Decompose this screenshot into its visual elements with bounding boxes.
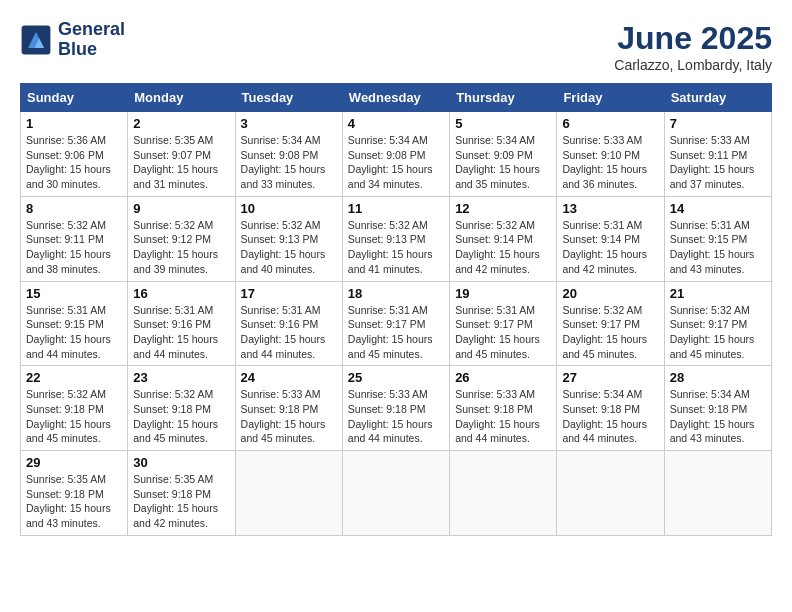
day-number: 7 xyxy=(670,116,766,131)
day-number: 28 xyxy=(670,370,766,385)
day-info: Sunrise: 5:34 AMSunset: 9:08 PMDaylight:… xyxy=(241,134,326,190)
day-info: Sunrise: 5:32 AMSunset: 9:13 PMDaylight:… xyxy=(348,219,433,275)
logo: General Blue xyxy=(20,20,125,60)
list-item: 4 Sunrise: 5:34 AMSunset: 9:08 PMDayligh… xyxy=(342,112,449,197)
calendar-header-row: Sunday Monday Tuesday Wednesday Thursday… xyxy=(21,84,772,112)
day-number: 4 xyxy=(348,116,444,131)
list-item: 29 Sunrise: 5:35 AMSunset: 9:18 PMDaylig… xyxy=(21,451,128,536)
day-info: Sunrise: 5:34 AMSunset: 9:18 PMDaylight:… xyxy=(562,388,647,444)
list-item: 18 Sunrise: 5:31 AMSunset: 9:17 PMDaylig… xyxy=(342,281,449,366)
day-info: Sunrise: 5:34 AMSunset: 9:18 PMDaylight:… xyxy=(670,388,755,444)
day-info: Sunrise: 5:32 AMSunset: 9:14 PMDaylight:… xyxy=(455,219,540,275)
day-info: Sunrise: 5:35 AMSunset: 9:07 PMDaylight:… xyxy=(133,134,218,190)
list-item: 20 Sunrise: 5:32 AMSunset: 9:17 PMDaylig… xyxy=(557,281,664,366)
day-number: 23 xyxy=(133,370,229,385)
day-number: 13 xyxy=(562,201,658,216)
list-item: 21 Sunrise: 5:32 AMSunset: 9:17 PMDaylig… xyxy=(664,281,771,366)
list-item: 26 Sunrise: 5:33 AMSunset: 9:18 PMDaylig… xyxy=(450,366,557,451)
day-number: 10 xyxy=(241,201,337,216)
list-item: 7 Sunrise: 5:33 AMSunset: 9:11 PMDayligh… xyxy=(664,112,771,197)
col-monday: Monday xyxy=(128,84,235,112)
day-number: 22 xyxy=(26,370,122,385)
day-number: 8 xyxy=(26,201,122,216)
day-info: Sunrise: 5:34 AMSunset: 9:09 PMDaylight:… xyxy=(455,134,540,190)
day-info: Sunrise: 5:32 AMSunset: 9:11 PMDaylight:… xyxy=(26,219,111,275)
calendar-table: Sunday Monday Tuesday Wednesday Thursday… xyxy=(20,83,772,536)
day-number: 15 xyxy=(26,286,122,301)
list-item: 19 Sunrise: 5:31 AMSunset: 9:17 PMDaylig… xyxy=(450,281,557,366)
day-number: 26 xyxy=(455,370,551,385)
list-item: 16 Sunrise: 5:31 AMSunset: 9:16 PMDaylig… xyxy=(128,281,235,366)
day-info: Sunrise: 5:33 AMSunset: 9:18 PMDaylight:… xyxy=(241,388,326,444)
day-info: Sunrise: 5:35 AMSunset: 9:18 PMDaylight:… xyxy=(26,473,111,529)
day-info: Sunrise: 5:33 AMSunset: 9:10 PMDaylight:… xyxy=(562,134,647,190)
day-info: Sunrise: 5:31 AMSunset: 9:17 PMDaylight:… xyxy=(455,304,540,360)
day-info: Sunrise: 5:32 AMSunset: 9:17 PMDaylight:… xyxy=(562,304,647,360)
col-wednesday: Wednesday xyxy=(342,84,449,112)
day-number: 18 xyxy=(348,286,444,301)
day-info: Sunrise: 5:31 AMSunset: 9:14 PMDaylight:… xyxy=(562,219,647,275)
title-area: June 2025 Carlazzo, Lombardy, Italy xyxy=(614,20,772,73)
table-row: 8 Sunrise: 5:32 AMSunset: 9:11 PMDayligh… xyxy=(21,196,772,281)
list-item: 23 Sunrise: 5:32 AMSunset: 9:18 PMDaylig… xyxy=(128,366,235,451)
day-number: 19 xyxy=(455,286,551,301)
day-number: 27 xyxy=(562,370,658,385)
day-info: Sunrise: 5:33 AMSunset: 9:18 PMDaylight:… xyxy=(455,388,540,444)
day-number: 14 xyxy=(670,201,766,216)
list-item: 8 Sunrise: 5:32 AMSunset: 9:11 PMDayligh… xyxy=(21,196,128,281)
day-info: Sunrise: 5:31 AMSunset: 9:15 PMDaylight:… xyxy=(670,219,755,275)
logo-icon xyxy=(20,24,52,56)
day-number: 25 xyxy=(348,370,444,385)
day-info: Sunrise: 5:31 AMSunset: 9:16 PMDaylight:… xyxy=(241,304,326,360)
list-item: 6 Sunrise: 5:33 AMSunset: 9:10 PMDayligh… xyxy=(557,112,664,197)
day-number: 16 xyxy=(133,286,229,301)
list-item: 24 Sunrise: 5:33 AMSunset: 9:18 PMDaylig… xyxy=(235,366,342,451)
table-row: 1 Sunrise: 5:36 AMSunset: 9:06 PMDayligh… xyxy=(21,112,772,197)
day-number: 3 xyxy=(241,116,337,131)
list-item xyxy=(342,451,449,536)
list-item: 30 Sunrise: 5:35 AMSunset: 9:18 PMDaylig… xyxy=(128,451,235,536)
list-item: 3 Sunrise: 5:34 AMSunset: 9:08 PMDayligh… xyxy=(235,112,342,197)
list-item: 11 Sunrise: 5:32 AMSunset: 9:13 PMDaylig… xyxy=(342,196,449,281)
col-tuesday: Tuesday xyxy=(235,84,342,112)
day-info: Sunrise: 5:32 AMSunset: 9:17 PMDaylight:… xyxy=(670,304,755,360)
day-info: Sunrise: 5:32 AMSunset: 9:12 PMDaylight:… xyxy=(133,219,218,275)
day-info: Sunrise: 5:31 AMSunset: 9:16 PMDaylight:… xyxy=(133,304,218,360)
day-number: 20 xyxy=(562,286,658,301)
day-number: 11 xyxy=(348,201,444,216)
list-item: 13 Sunrise: 5:31 AMSunset: 9:14 PMDaylig… xyxy=(557,196,664,281)
day-info: Sunrise: 5:31 AMSunset: 9:17 PMDaylight:… xyxy=(348,304,433,360)
list-item: 14 Sunrise: 5:31 AMSunset: 9:15 PMDaylig… xyxy=(664,196,771,281)
day-info: Sunrise: 5:32 AMSunset: 9:18 PMDaylight:… xyxy=(133,388,218,444)
col-friday: Friday xyxy=(557,84,664,112)
day-info: Sunrise: 5:32 AMSunset: 9:13 PMDaylight:… xyxy=(241,219,326,275)
day-number: 30 xyxy=(133,455,229,470)
day-info: Sunrise: 5:32 AMSunset: 9:18 PMDaylight:… xyxy=(26,388,111,444)
list-item xyxy=(557,451,664,536)
table-row: 22 Sunrise: 5:32 AMSunset: 9:18 PMDaylig… xyxy=(21,366,772,451)
day-number: 17 xyxy=(241,286,337,301)
col-sunday: Sunday xyxy=(21,84,128,112)
calendar-title: June 2025 xyxy=(614,20,772,57)
list-item: 5 Sunrise: 5:34 AMSunset: 9:09 PMDayligh… xyxy=(450,112,557,197)
day-info: Sunrise: 5:33 AMSunset: 9:11 PMDaylight:… xyxy=(670,134,755,190)
day-info: Sunrise: 5:33 AMSunset: 9:18 PMDaylight:… xyxy=(348,388,433,444)
day-number: 9 xyxy=(133,201,229,216)
list-item xyxy=(450,451,557,536)
col-saturday: Saturday xyxy=(664,84,771,112)
day-number: 5 xyxy=(455,116,551,131)
list-item: 9 Sunrise: 5:32 AMSunset: 9:12 PMDayligh… xyxy=(128,196,235,281)
list-item: 28 Sunrise: 5:34 AMSunset: 9:18 PMDaylig… xyxy=(664,366,771,451)
list-item: 15 Sunrise: 5:31 AMSunset: 9:15 PMDaylig… xyxy=(21,281,128,366)
day-number: 21 xyxy=(670,286,766,301)
logo-text: General Blue xyxy=(58,20,125,60)
day-info: Sunrise: 5:34 AMSunset: 9:08 PMDaylight:… xyxy=(348,134,433,190)
list-item: 22 Sunrise: 5:32 AMSunset: 9:18 PMDaylig… xyxy=(21,366,128,451)
day-number: 2 xyxy=(133,116,229,131)
day-info: Sunrise: 5:35 AMSunset: 9:18 PMDaylight:… xyxy=(133,473,218,529)
list-item: 27 Sunrise: 5:34 AMSunset: 9:18 PMDaylig… xyxy=(557,366,664,451)
list-item xyxy=(235,451,342,536)
list-item: 10 Sunrise: 5:32 AMSunset: 9:13 PMDaylig… xyxy=(235,196,342,281)
list-item: 2 Sunrise: 5:35 AMSunset: 9:07 PMDayligh… xyxy=(128,112,235,197)
day-number: 29 xyxy=(26,455,122,470)
